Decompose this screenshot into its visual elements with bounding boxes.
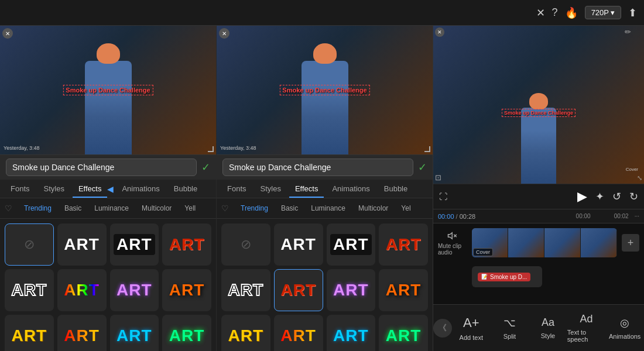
cat-yell-1[interactable]: Yell [179,202,201,215]
effect-outline-1[interactable]: ART [5,269,54,311]
mute-label: Mute clip audio [438,243,467,256]
timestamp-2: Yesterday, 3:48 [220,145,256,151]
right-video-bg [433,26,644,184]
top-bar-icons: ✕ ? 🔥 720P ▾ ⬆ [536,6,637,19]
undo-btn[interactable]: ↺ [612,190,621,203]
mute-audio-btn[interactable]: Mute clip audio [438,230,467,256]
effect-neon-1[interactable]: ART [162,315,211,351]
tab-bubble-1[interactable]: Bubble [168,180,203,198]
text-track-label: 📝 Smoke up D... [478,273,530,281]
effect-cyan-1[interactable]: ART [110,315,159,351]
right-overlay-text[interactable]: Smoke up Dance Challenge [502,109,576,117]
current-time: 00:00 / 00:28 [438,213,475,220]
right-edit-icon[interactable]: ✏ [625,27,631,36]
editors-row: ✕ Smoke up Dance Challenge Yesterday, 3:… [0,26,433,351]
cat-luminance-2[interactable]: Luminance [305,202,351,215]
effect-none-1[interactable]: ⊘ [5,223,54,266]
effect-cyan-2[interactable]: ART [327,315,376,351]
effect-selected-2[interactable]: ART [274,269,323,311]
upload-button[interactable]: ⬆ [628,6,637,19]
effect-red-2[interactable]: ART [379,223,428,266]
right-crop-icon[interactable]: ⊡ [435,173,441,182]
effect-purple-2[interactable]: ART [327,269,376,311]
right-panel: ✕ Smoke up Dance Challenge ✏ ⊡ ⤡ Cover ⛶… [433,26,644,351]
text-to-speech-btn[interactable]: Ad Text to speech [567,313,606,343]
effect-multicolor-2[interactable]: ART [274,315,323,351]
effects-grid-2: ⊘ ART ART ART ART ART ART ART ART ART AR… [217,219,433,351]
cat-trending-1[interactable]: Trending [18,202,57,215]
right-close-btn[interactable]: ✕ [435,27,444,37]
effect-white-2[interactable]: ART [274,223,323,266]
effect-yellow-1[interactable]: ART [5,315,54,351]
close-preview-1[interactable]: ✕ [2,28,13,39]
text-input-2[interactable] [222,159,413,176]
effect-none-2[interactable]: ⊘ [221,223,270,266]
effect-orange-1[interactable]: ART [162,269,211,311]
editor-pane-2: ✕ Smoke up Dance Challenge Yesterday, 3:… [217,26,433,351]
effects-grid-1: ⊘ ART ART ART ART ART ART ART ART ART AR… [0,219,216,351]
effect-white-1[interactable]: ART [57,223,107,266]
effect-red-1[interactable]: ART [162,223,211,266]
style-btn[interactable]: Aa Style [529,316,567,339]
cat-basic-2[interactable]: Basic [275,202,304,215]
effect-multicolor-1[interactable]: ART [57,315,107,351]
text-input-1[interactable] [6,159,197,176]
cat-basic-1[interactable]: Basic [59,202,87,215]
tab-bubble-2[interactable]: Bubble [378,180,413,198]
confirm-btn-2[interactable]: ✓ [418,161,427,174]
help-button[interactable]: ? [552,6,558,19]
effect-neon-2[interactable]: ART [379,315,428,351]
thumb-4 [581,228,617,257]
quality-button[interactable]: 720P ▾ [585,6,621,19]
add-track-btn[interactable]: + [622,234,639,252]
timestamp-1: Yesterday, 3:48 [4,145,40,151]
cat-luminance-1[interactable]: Luminance [88,202,135,215]
text-to-speech-label: Text to speech [567,329,606,343]
fullscreen-btn[interactable]: ⛶ [439,192,447,201]
favorite-icon-1[interactable]: ♡ [5,204,12,213]
effect-yellow-2[interactable]: ART [221,315,270,351]
video-strip[interactable]: Cover [472,228,617,257]
tab-fonts-1[interactable]: Fonts [5,180,36,198]
animations-label: Animations [609,333,640,340]
tab-styles-1[interactable]: Styles [38,180,70,198]
tab-styles-2[interactable]: Styles [255,180,287,198]
magic-btn[interactable]: ✦ [595,190,604,203]
split-icon: ⌥ [503,316,516,329]
confirm-btn-1[interactable]: ✓ [201,161,210,174]
animations-btn[interactable]: ◎ Animations [605,316,644,340]
add-text-label: Add text [460,334,483,341]
overlay-text-1[interactable]: Smoke up Dance Challenge [63,85,153,95]
favorite-icon-2[interactable]: ♡ [221,204,229,213]
overlay-text-2[interactable]: Smoke up Dance Challenge [279,85,369,95]
collapse-btn[interactable]: 《 [433,319,452,338]
effect-orange-2[interactable]: ART [379,269,428,311]
left-panel: ✕ Smoke up Dance Challenge Yesterday, 3:… [0,26,433,351]
tab-fonts-2[interactable]: Fonts [221,180,252,198]
text-track-strip[interactable]: 📝 Smoke up D... [472,266,542,287]
close-preview-2[interactable]: ✕ [219,28,229,39]
effect-outline-2[interactable]: ART [221,269,270,311]
play-btn[interactable]: ▶ [577,189,587,204]
effects-section-1: ♡ Trending Basic Luminance Multicolor Ye… [0,198,216,351]
cat-multicolor-2[interactable]: Multicolor [352,202,394,215]
redo-btn[interactable]: ↻ [629,190,638,203]
corner-handle-2 [424,146,430,152]
tab-animations-1[interactable]: Animations [116,180,165,198]
effect-black-bg-2[interactable]: ART [327,223,376,266]
right-resize-icon[interactable]: ⤡ [637,174,642,182]
close-button[interactable]: ✕ [536,6,545,19]
ruler-mark-2: 00:02 [614,213,629,219]
effect-purple-1[interactable]: ART [110,269,159,311]
cat-yell-2[interactable]: Yel [395,202,416,215]
tab-effects-2[interactable]: Effects [289,180,324,198]
effect-black-bg-1[interactable]: ART [110,223,159,266]
tabs-row-1: Fonts Styles Effects ◀ Animations Bubble [0,180,216,198]
effect-rainbow-1[interactable]: ART [57,269,107,311]
split-btn[interactable]: ⌥ Split [491,316,529,340]
add-text-btn[interactable]: A+ Add text [452,315,491,341]
cat-trending-2[interactable]: Trending [235,202,274,215]
tab-effects-1[interactable]: Effects [73,180,108,198]
cat-multicolor-1[interactable]: Multicolor [136,202,177,215]
tab-animations-2[interactable]: Animations [326,180,375,198]
